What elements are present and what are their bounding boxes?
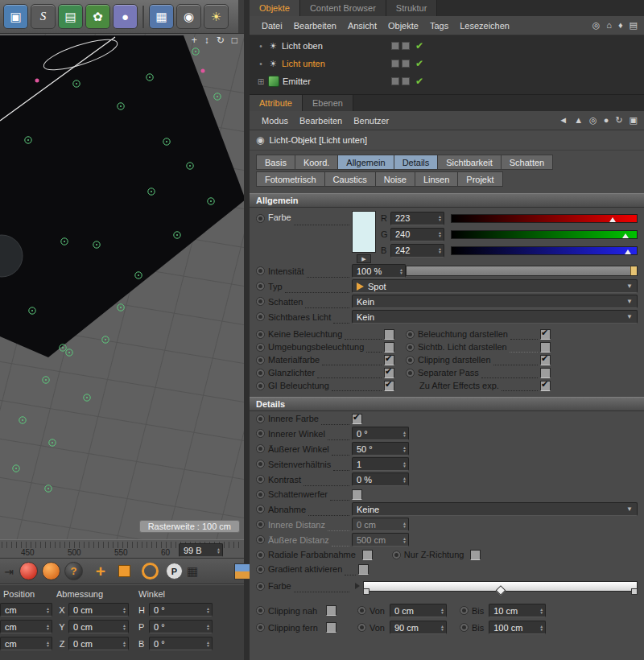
anim-dot[interactable] — [460, 623, 469, 632]
clipping-darstellen-checkbox[interactable] — [540, 355, 551, 365]
clipping-fern-von-field[interactable]: 90 cm▲▼ — [390, 621, 447, 634]
allgemein-header[interactable]: Allgemein — [250, 193, 644, 208]
rotation-p-field[interactable]: 0 °▲▼ — [149, 620, 213, 633]
editor-toggle[interactable] — [391, 60, 399, 68]
render-toggle[interactable] — [402, 42, 410, 50]
anim-dot[interactable] — [256, 551, 265, 559]
position-x-field[interactable]: cm▲▼ — [0, 603, 52, 617]
anim-dot[interactable] — [256, 535, 265, 544]
seitenverhaeltnis-field[interactable]: 1▲▼ — [352, 457, 409, 471]
anim-dot[interactable] — [256, 429, 265, 438]
size-x-field[interactable]: 0 cm▲▼ — [68, 603, 129, 617]
rotate-tool-icon[interactable] — [142, 563, 159, 580]
menu-bearbeiten[interactable]: Bearbeiten — [288, 21, 342, 31]
key-icon[interactable]: ♦ — [618, 20, 623, 31]
metaball-icon[interactable]: ● — [113, 4, 138, 29]
schattenwerfer-checkbox[interactable] — [352, 489, 362, 500]
size-y-field[interactable]: 0 cm▲▼ — [68, 620, 129, 633]
anim-dot[interactable] — [256, 490, 265, 499]
tab-sichtbarkeit[interactable]: Sichtbarkeit — [437, 155, 500, 170]
anim-dot[interactable] — [357, 623, 366, 632]
after-effects-checkbox[interactable] — [540, 381, 551, 391]
anim-dot[interactable] — [256, 415, 265, 423]
stepper[interactable]: ▲▼ — [538, 625, 543, 631]
coord-gizmo-icon[interactable]: □ — [232, 35, 237, 46]
enabled-check-icon[interactable]: ✔ — [415, 58, 423, 69]
stepper[interactable]: ▲▼ — [398, 268, 403, 274]
size-z-field[interactable]: 0 cm▲▼ — [68, 637, 129, 650]
light-icon[interactable]: ☀ — [204, 4, 229, 29]
panel-divider[interactable] — [244, 0, 250, 660]
channel-g-slider[interactable] — [451, 230, 638, 239]
stepper[interactable]: ▲▼ — [439, 625, 444, 631]
details-header[interactable]: Details — [250, 397, 644, 411]
beleuchtung-darstellen-checkbox[interactable] — [540, 329, 551, 340]
nur-z-richtung-checkbox[interactable] — [470, 550, 481, 560]
tab-attribute[interactable]: Attribute — [250, 95, 303, 111]
tab-ebenen[interactable]: Ebenen — [303, 95, 353, 111]
film-icon[interactable]: ▤ — [630, 20, 638, 31]
scale-tool-icon[interactable] — [118, 565, 130, 577]
current-frame-field[interactable]: 99 B ▲▼ — [179, 543, 223, 557]
stepper[interactable]: ▲▼ — [401, 461, 407, 468]
lock-icon[interactable]: ● — [604, 115, 609, 126]
hierarchy-dot[interactable]: • — [254, 60, 267, 68]
anim-dot[interactable] — [256, 460, 265, 468]
search-icon[interactable]: ◎ — [589, 115, 597, 126]
menu-objekte[interactable]: Objekte — [382, 21, 424, 31]
anim-dot[interactable] — [256, 312, 265, 321]
sichtb-licht-darstellen-checkbox[interactable] — [540, 342, 551, 353]
sichtbares-licht-dropdown[interactable]: Kein▼ — [352, 310, 638, 324]
jump-icon[interactable]: ⇥ — [2, 565, 15, 578]
channel-r-slider[interactable] — [451, 214, 638, 223]
tab-noise[interactable]: Noise — [375, 171, 415, 187]
rotate-gizmo-icon[interactable]: ↻ — [217, 35, 225, 46]
anim-dot[interactable] — [256, 582, 265, 591]
gi-beleuchtung-checkbox[interactable] — [384, 381, 394, 391]
position-y-field[interactable]: cm▲▼ — [0, 620, 52, 633]
tab-basis[interactable]: Basis — [256, 155, 295, 170]
floor-icon[interactable]: ▦ — [149, 4, 174, 29]
keine-beleuchtung-checkbox[interactable] — [384, 329, 394, 340]
reload-icon[interactable]: ↻ — [615, 115, 622, 126]
anim-dot[interactable] — [256, 356, 265, 365]
anim-dot[interactable] — [256, 330, 265, 339]
anim-dot[interactable] — [256, 565, 265, 574]
innere-distanz-field[interactable]: 0 cm▲▼ — [352, 518, 409, 531]
color-swatch[interactable] — [352, 211, 376, 253]
stepper[interactable]: ▲▼ — [121, 641, 126, 647]
anim-dot[interactable] — [256, 369, 265, 377]
stepper[interactable]: ▲▼ — [401, 431, 407, 437]
anim-dot[interactable] — [406, 369, 415, 377]
stepper[interactable]: ▲▼ — [436, 215, 442, 221]
schatten-dropdown[interactable]: Kein▼ — [352, 295, 638, 308]
back-icon[interactable]: ◄ — [559, 115, 568, 126]
glanzlichter-checkbox[interactable] — [384, 368, 394, 378]
materialfarbe-checkbox[interactable] — [384, 355, 394, 365]
home-icon[interactable]: ⌂ — [606, 20, 612, 31]
intensitaet-slider[interactable] — [406, 266, 638, 276]
tab-linsen[interactable]: Linsen — [415, 171, 457, 187]
stepper[interactable]: ▲▼ — [121, 624, 126, 630]
stepper[interactable]: ▲▼ — [439, 608, 444, 614]
anim-dot[interactable] — [256, 282, 265, 291]
editor-toggle[interactable] — [391, 42, 399, 50]
menu-bearbeiten-attr[interactable]: Bearbeiten — [294, 116, 348, 126]
editor-toggle[interactable] — [391, 77, 399, 85]
tab-fotometrisch[interactable]: Fotometrisch — [256, 171, 324, 187]
radiale-farbabnahme-checkbox[interactable] — [362, 550, 373, 560]
render-toggle[interactable] — [402, 77, 410, 85]
spline-pen-icon[interactable]: S — [31, 4, 56, 29]
anim-dot[interactable] — [256, 606, 265, 615]
intensitaet-field[interactable]: 100 %▲▼ — [352, 264, 406, 278]
grid-tool-icon[interactable]: ▦ — [187, 564, 198, 579]
move-gizmo-icon[interactable]: + — [192, 35, 197, 46]
aeusserer-winkel-field[interactable]: 50 °▲▼ — [352, 442, 409, 456]
menu-datei[interactable]: Datei — [256, 21, 288, 31]
viewport-canvas[interactable] — [0, 34, 244, 539]
anim-dot[interactable] — [256, 623, 265, 632]
anim-dot[interactable] — [256, 266, 265, 275]
anim-dot[interactable] — [406, 330, 415, 339]
tab-caustics[interactable]: Caustics — [324, 171, 375, 187]
menu-tags[interactable]: Tags — [424, 21, 454, 31]
